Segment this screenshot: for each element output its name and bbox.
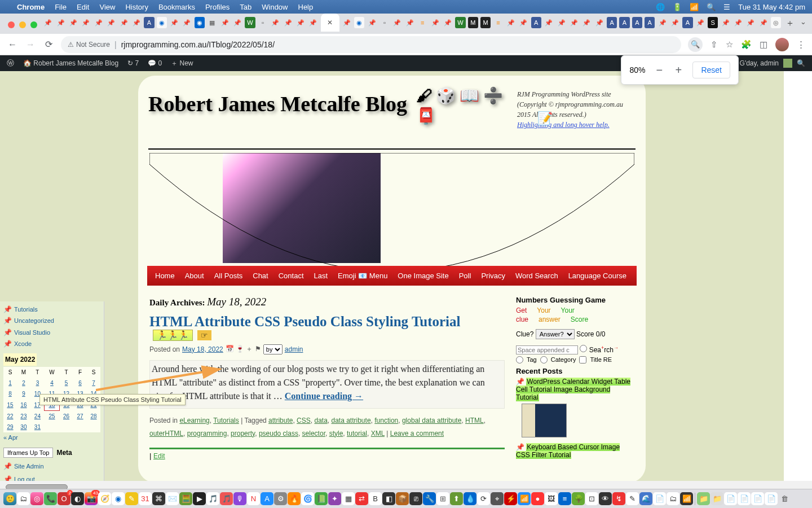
menu-edit[interactable]: Edit [77, 3, 89, 11]
menu-view[interactable]: View [99, 3, 115, 11]
tab-favicon[interactable]: ◉ [354, 17, 364, 28]
continue-reading-link[interactable]: Continue reading → [285, 391, 363, 401]
profile-avatar[interactable] [775, 38, 789, 51]
zoom-indicator-icon[interactable]: 🔍 [688, 37, 703, 52]
post-title-link[interactable]: HTML Attribute CSS Pseudo Class Styling … [149, 314, 461, 329]
calendar-day-link[interactable]: 3 [36, 380, 39, 386]
wp-greeting[interactable]: G'day, admin [740, 59, 779, 67]
nav-wordsearch[interactable]: Word Search [515, 271, 558, 280]
tab-favicon[interactable]: 📌 [342, 17, 352, 28]
tab-favicon[interactable]: 📌 [106, 17, 116, 28]
dock-app[interactable]: 📄 [653, 492, 666, 505]
tab-favicon[interactable]: A [144, 17, 154, 28]
dock-app[interactable]: 🗂 [667, 492, 679, 505]
dock-app[interactable]: 📁 [697, 492, 710, 505]
finder-icon[interactable]: 🙂 [3, 492, 16, 505]
appstore-icon[interactable]: A [261, 492, 273, 505]
dock-app[interactable]: 📗 [315, 492, 328, 505]
wp-avatar-icon[interactable] [783, 59, 792, 68]
security-indicator[interactable]: ⚠ Not Secure [68, 41, 110, 49]
menu-history[interactable]: History [125, 3, 148, 11]
tab-favicon[interactable]: 📌 [392, 17, 402, 28]
dock-app[interactable]: ⬆ [450, 492, 463, 505]
tab-favicon[interactable]: A [531, 17, 541, 28]
dock-app[interactable]: 📶 [680, 492, 693, 505]
search-mode-radio[interactable] [580, 345, 587, 352]
tag-link[interactable]: XML [371, 430, 385, 437]
chrome-menu-icon[interactable]: ⋮ [797, 40, 805, 50]
tab-favicon[interactable]: 📌 [55, 17, 65, 28]
tab-favicon[interactable]: 📌 [506, 17, 516, 28]
wifi-icon[interactable]: 📶 [690, 3, 699, 11]
dock-app[interactable]: ⌖ [491, 492, 504, 505]
wp-new[interactable]: ＋ New [171, 59, 193, 68]
safari-icon[interactable]: 🧭 [98, 492, 111, 505]
dock-app[interactable]: ⚡ [504, 492, 517, 505]
menu-profiles[interactable]: Profiles [205, 3, 230, 11]
tab-favicon[interactable]: ▦ [207, 17, 217, 28]
active-tab[interactable]: ✕ [321, 14, 339, 32]
zoom-out-button[interactable]: − [654, 64, 664, 77]
tab-overflow-button[interactable]: ⌄ [800, 17, 806, 29]
dock-app[interactable]: ⟳ [477, 492, 490, 505]
tab-favicon[interactable]: M [468, 17, 478, 28]
filter-cat-radio[interactable] [540, 356, 548, 364]
dock-app[interactable]: 🎵 [220, 492, 233, 505]
calendar-day-link[interactable]: 25 [48, 413, 55, 419]
dock-app[interactable]: 📄 [751, 492, 764, 505]
tab-favicon[interactable]: 📌 [569, 17, 579, 28]
tab-favicon[interactable]: A [619, 17, 629, 28]
tab-favicon[interactable]: A [682, 17, 692, 28]
dock-app[interactable]: 📸 [85, 492, 98, 505]
dock-app[interactable]: 🗂 [17, 492, 30, 505]
tab-favicon[interactable]: 📌 [657, 17, 667, 28]
meta-icons[interactable]: 📅 🍷 ＋ ⚑ [226, 344, 261, 354]
dock-app[interactable]: 👁 [599, 492, 612, 505]
post-date-link[interactable]: May 18, 2022 [182, 345, 223, 353]
dock-app[interactable]: O [58, 492, 70, 505]
tag-link[interactable]: data [314, 417, 327, 424]
wp-search-icon[interactable]: 🔍 [797, 59, 805, 67]
tab-favicon[interactable]: 📌 [670, 17, 680, 28]
dock-app[interactable]: ⎚ [409, 492, 422, 505]
tab-favicon[interactable]: 📌 [169, 17, 179, 28]
author-link[interactable]: admin [285, 345, 303, 353]
nav-home[interactable]: Home [155, 271, 175, 280]
tab-favicon[interactable]: 📌 [443, 17, 453, 28]
tab-favicon[interactable]: 📌 [430, 17, 440, 28]
dock-app[interactable]: 🎙 [233, 492, 246, 505]
dock-app[interactable]: ● [531, 492, 544, 505]
dock-app[interactable]: N [247, 492, 260, 505]
nav-contact[interactable]: Contact [279, 271, 304, 280]
calendar-day-link[interactable]: 26 [63, 413, 69, 419]
calendar-day-link[interactable]: 30 [20, 424, 27, 430]
tab-favicon[interactable]: 📌 [745, 17, 756, 28]
dock-app[interactable]: ⇄ [355, 492, 368, 505]
dock-app[interactable]: ◎ [30, 492, 43, 505]
calendar-day-link[interactable]: 1 [8, 380, 12, 386]
extensions-icon[interactable]: 🧩 [741, 40, 752, 50]
tab-favicon[interactable]: 📌 [68, 17, 78, 28]
calendar-day-link[interactable]: 27 [77, 413, 83, 419]
tab-favicon[interactable]: 📌 [308, 17, 318, 28]
dock-app[interactable]: ✎ [125, 492, 138, 505]
site-title[interactable]: Robert James Metcalfe Blog 🖌 🎲 📖 ➗📮 [148, 86, 506, 127]
tab-favicon[interactable]: ▫ [258, 17, 268, 28]
tag-link[interactable]: function [374, 417, 398, 424]
dock-app[interactable]: B [369, 492, 382, 505]
tag-link[interactable]: selector [302, 430, 325, 437]
category-link[interactable]: Xcode [14, 340, 32, 347]
tab-favicon[interactable]: ◎ [771, 17, 781, 28]
dock-app[interactable]: 🔥 [288, 492, 301, 505]
calendar-icon[interactable]: 31 [139, 492, 152, 505]
close-tab-icon[interactable]: ✕ [327, 19, 333, 27]
tab-favicon[interactable]: 📌 [733, 17, 743, 28]
calendar-day-link[interactable]: 28 [90, 413, 96, 419]
share-icon[interactable]: ⇧ [710, 40, 718, 50]
tab-favicon[interactable]: M [480, 17, 491, 28]
nav-poll[interactable]: Poll [459, 271, 471, 280]
category-link[interactable]: Visual Studio [14, 329, 50, 336]
calendar-day-link[interactable]: 22 [7, 413, 13, 419]
tag-link[interactable]: property [231, 430, 255, 437]
calendar-day-link[interactable]: 8 [8, 391, 12, 397]
